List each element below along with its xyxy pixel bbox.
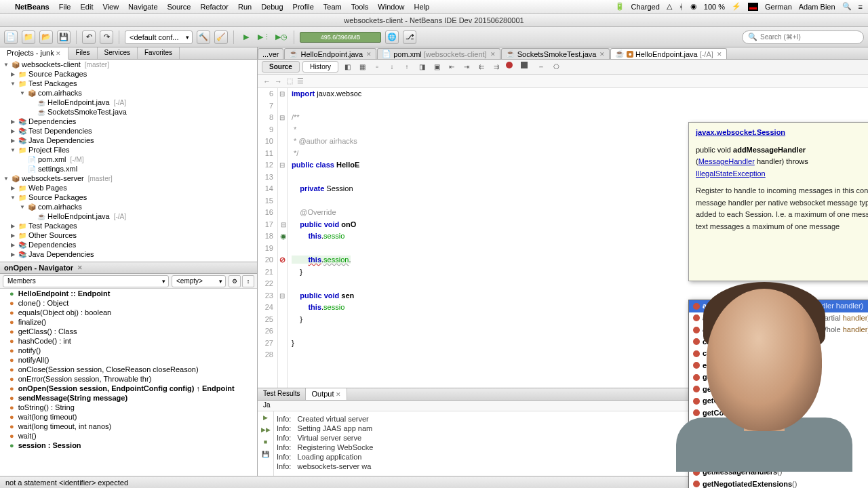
uncomment-icon[interactable]: ⎔ [550,61,562,73]
nav-sort-icon[interactable]: ↕ [242,275,254,287]
macro-rec-icon[interactable] [505,61,517,73]
next-bookmark-icon[interactable]: ⇥ [460,61,473,73]
close-icon[interactable]: ✕ [599,51,605,58]
editor-tab[interactable]: ☕●HelloEndpoint.java[-/A]✕ [610,48,726,59]
navigator-item[interactable]: ● sendMessage(String message) [0,393,257,403]
open-button[interactable]: 📂 [39,30,53,44]
tab-output[interactable]: Output ✕ [306,388,347,400]
tree-row[interactable]: ▼📦com.airhacks [0,202,257,211]
spotlight-icon[interactable]: 🔍 [842,2,852,11]
git-button[interactable]: ⎇ [403,30,416,44]
redo-button[interactable]: ↷ [100,30,113,44]
navigator-item[interactable]: ● HelloEndpoint :: Endpoint [0,289,257,298]
tree-row[interactable]: ▼📦websockets-client[master] [0,60,257,69]
navigator-item[interactable]: ● notify() [0,346,257,355]
bluetooth-icon[interactable]: ᚼ [679,3,684,11]
history-button[interactable]: History [302,61,338,73]
tree-row[interactable]: ▶📁Other Sources [0,230,257,240]
javadoc-throws-link[interactable]: IllegalStateException [696,169,766,178]
new-project-button[interactable]: 📁 [22,30,35,44]
menu-source[interactable]: Source [167,3,191,11]
close-icon[interactable]: ✕ [56,50,61,57]
javadoc-param-link[interactable]: MessageHandler [698,157,755,165]
power-icon[interactable]: ⚡ [732,2,741,11]
editor-tab[interactable]: ☕SocketsSmokeTest.java✕ [501,48,610,59]
flag-icon[interactable]: ▬ [748,3,758,11]
rerun-icon[interactable]: ▶▶ [261,426,271,436]
select-icon[interactable]: ▫ [371,61,383,73]
tree-row[interactable]: 📄settings.xml [0,164,257,174]
crumb-back-icon[interactable]: ← [263,77,271,85]
navigator-item[interactable]: ● getClass() : Class [0,327,257,336]
tree-row[interactable]: ▶📚Java Dependencies [0,249,257,259]
next-error-icon[interactable]: ↓ [386,61,398,73]
navigator-tree[interactable]: ● HelloEndpoint :: Endpoint● clone() : O… [0,289,257,476]
tab-files[interactable]: Files [68,47,97,59]
menu-debug[interactable]: Debug [261,3,283,11]
menu-team[interactable]: Team [323,3,342,11]
search-input[interactable] [760,33,858,41]
run-button[interactable]: ▶ [239,30,253,44]
wifi-icon[interactable]: ◉ [690,2,697,11]
tree-row[interactable]: ▶📚Dependencies [0,117,257,126]
tree-row[interactable]: ▶📚Java Dependencies [0,136,257,145]
tab-test-results[interactable]: Test Results [258,388,306,400]
menu-refactor[interactable]: Refactor [200,3,229,11]
app-name[interactable]: NetBeans [15,3,50,11]
tree-row[interactable]: 📄pom.xml[-/M] [0,155,257,164]
navigator-item[interactable]: ● wait() [0,431,257,441]
tree-row[interactable]: ▶📁Web Pages [0,183,257,192]
comment-icon[interactable]: ⎓ [535,61,547,73]
javadoc-class-link[interactable]: javax.websocket.Session [696,127,868,139]
navigator-item[interactable]: ● equals(Object obj) : boolean [0,308,257,317]
toggle-highlight-icon[interactable]: ◨ [416,61,428,73]
profile-button[interactable]: ▶◷ [275,30,288,44]
menu-tools[interactable]: Tools [351,3,369,11]
editor-tab[interactable]: ...ver [258,48,283,59]
battery-icon[interactable]: 🔋 [615,2,625,11]
menu-file[interactable]: File [59,3,71,11]
menu-view[interactable]: View [102,3,119,11]
tree-row[interactable]: ▼📦com.airhacks [0,88,257,98]
tree-row[interactable]: ▼📁Test Packages [0,79,257,88]
tree-row[interactable]: ☕SocketsSmokeTest.java [0,107,257,117]
tree-row[interactable]: ▼📦websockets-server[master] [0,174,257,183]
nav-members-icon[interactable]: ▦ [356,61,368,73]
tree-row[interactable]: ☕HelloEndpoint.java[-/A] [0,211,257,221]
tree-row[interactable]: ▶📁Test Packages [0,221,257,230]
clean-build-button[interactable]: 🧹 [214,30,228,44]
projects-tree[interactable]: ▼📦websockets-client[master]▶📁Source Pack… [0,60,257,262]
run-indicator-icon[interactable]: ▶ [261,414,271,424]
navigator-item[interactable]: ● onError(Session session, Throwable thr… [0,374,257,384]
editor-tab[interactable]: ☕HelloEndpoint.java✕ [284,48,376,59]
menu-profile[interactable]: Profile [293,3,314,11]
fold-gutter[interactable]: ⊟⊟⊟⊟ ◉⊘⊟ [278,88,288,388]
macro-stop-icon[interactable] [520,61,532,73]
save-all-button[interactable]: 💾 [57,30,71,44]
editor-tab[interactable]: 📄pom.xml[websockets-client]✕ [377,48,500,59]
tree-row[interactable]: ▶📁Source Packages [0,69,257,79]
memory-gauge[interactable]: 495.6/3966MB [300,32,381,43]
close-icon[interactable]: ✕ [717,51,722,58]
close-icon[interactable]: ✕ [366,51,372,58]
menu-edit[interactable]: Edit [80,3,93,11]
tree-row[interactable]: ▶📚Test Dependencies [0,126,257,136]
crumb-up-icon[interactable]: ⬚ [286,77,293,85]
navigator-item[interactable]: ● wait(long timeout) [0,412,257,422]
shift-right-icon[interactable]: ⇉ [490,61,502,73]
source-button[interactable]: Source [262,61,300,73]
navigator-item[interactable]: ● onClose(Session session, CloseReason c… [0,365,257,374]
navigator-item[interactable]: ● toString() : String [0,403,257,412]
tree-row[interactable]: ☕HelloEndpoint.java[-/A] [0,98,257,107]
menu-navigate[interactable]: Navigate [128,3,157,11]
quick-search[interactable]: 🔍 [742,30,864,44]
tab-projects[interactable]: Projects - junk ✕ [0,47,68,60]
close-icon[interactable]: ✕ [490,51,496,58]
config-combo[interactable]: <default conf... [125,30,193,44]
menu-help[interactable]: Help [414,3,429,11]
user-name[interactable]: Adam Bien [799,3,835,11]
gc-button[interactable]: 🌐 [385,30,399,44]
navigator-item[interactable]: ● finalize() [0,317,257,327]
navigator-item[interactable]: ● onOpen(Session session, EndpointConfig… [0,384,257,393]
nav-filter-icon[interactable]: ⚙ [229,275,241,287]
